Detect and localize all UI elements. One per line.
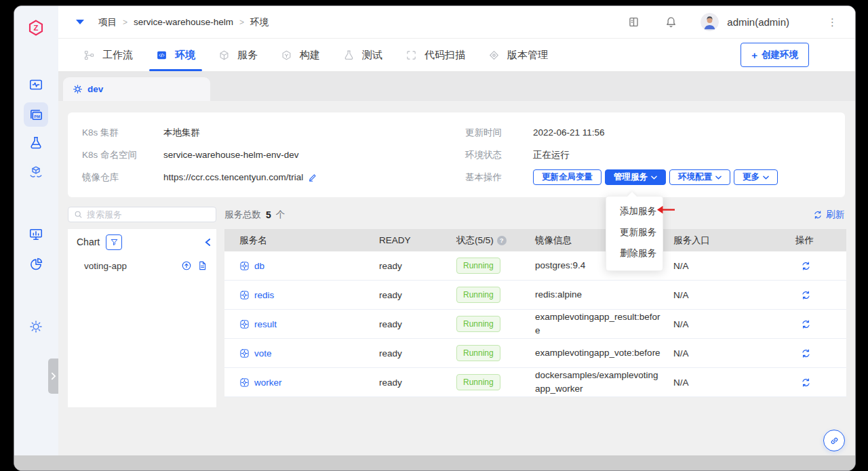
test-flask-icon[interactable] xyxy=(24,131,48,155)
tab-releases[interactable]: 版本管理 xyxy=(486,39,551,71)
update-global-vars-button[interactable]: 更新全局变量 xyxy=(533,169,601,185)
topbar: 项目 > service-warehouse-helm > 环境 xyxy=(58,6,855,39)
breadcrumb-item-environment[interactable]: 环境 xyxy=(250,16,269,28)
breadcrumb: 项目 > service-warehouse-helm > 环境 xyxy=(98,16,269,28)
services-table: 服务名 READY 状态(5/5) ? 镜像信息 服务入口 操作 xyxy=(224,229,846,397)
k8s-cluster-value: 本地集群 xyxy=(163,127,200,139)
chevron-down-icon xyxy=(651,176,657,180)
status-badge: Running xyxy=(456,345,500,361)
info-label: 环境状态 xyxy=(465,149,533,161)
search-icon xyxy=(74,210,83,219)
restart-service-icon[interactable] xyxy=(801,377,811,388)
col-entry: 服务入口 xyxy=(673,229,795,251)
table-row: vote ready Running examplevotingapp_vote… xyxy=(224,339,846,368)
breadcrumb-dropdown-caret-icon[interactable] xyxy=(76,20,84,24)
notification-bell-icon[interactable] xyxy=(665,16,677,28)
menu-item-delete-service[interactable]: 删除服务 xyxy=(606,243,663,264)
restart-service-icon[interactable] xyxy=(801,348,811,359)
restart-service-icon[interactable] xyxy=(801,290,811,300)
restart-service-icon[interactable] xyxy=(801,319,811,329)
avatar[interactable] xyxy=(701,13,719,31)
manage-services-dropdown: 添加服务 更新服务 删除服务 xyxy=(606,196,663,271)
version-icon xyxy=(488,49,500,61)
create-environment-button[interactable]: + 创建环境 xyxy=(741,43,809,67)
menu-item-update-service[interactable]: 更新服务 xyxy=(606,222,663,243)
rail-expand-handle[interactable] xyxy=(48,359,58,394)
image-cell: examplevotingapp_vote:before xyxy=(535,339,673,367)
services-toolbar: 服务总数 5 个 刷新 xyxy=(68,207,844,222)
service-link[interactable]: db xyxy=(254,261,264,271)
helm-service-icon xyxy=(239,290,250,300)
table-row: redis ready Running redis:alpine N/A xyxy=(224,281,846,310)
share-link-button[interactable] xyxy=(823,430,845,451)
values-file-icon[interactable] xyxy=(197,260,208,271)
breadcrumb-item-projects[interactable]: 项目 xyxy=(98,16,117,28)
docs-icon[interactable] xyxy=(627,16,640,28)
manage-services-button[interactable]: 管理服务 xyxy=(605,169,666,185)
helm-service-icon xyxy=(239,377,250,388)
info-label: 更新时间 xyxy=(465,127,533,139)
refresh-icon xyxy=(813,210,823,220)
filter-icon[interactable] xyxy=(106,234,122,250)
svg-text:PM: PM xyxy=(34,114,40,118)
tab-code-scan[interactable]: 代码扫描 xyxy=(403,39,468,71)
service-link[interactable]: result xyxy=(254,319,277,329)
collapse-panel-chevron-left-icon[interactable] xyxy=(205,238,211,247)
projects-icon[interactable]: PM xyxy=(24,102,48,127)
tab-services[interactable]: 服务 xyxy=(216,39,260,71)
entry-cell: N/A xyxy=(673,281,795,309)
environment-info-card: K8s 集群 本地集群 K8s 命名空间 service-warehouse-h… xyxy=(68,112,845,197)
insight-icon[interactable] xyxy=(24,222,48,247)
info-label: 基本操作 xyxy=(465,171,533,184)
helm-service-icon xyxy=(239,348,250,359)
env-tab-strip: dev xyxy=(58,72,855,101)
more-vertical-icon[interactable]: ⋮ xyxy=(827,17,837,27)
window-bottom-chrome xyxy=(14,455,855,470)
refresh-button[interactable]: 刷新 xyxy=(813,209,844,221)
zadig-logo-icon[interactable]: Z xyxy=(24,16,48,40)
tab-workflows[interactable]: 工作流 xyxy=(81,39,136,71)
env-status-value: 正在运行 xyxy=(533,149,570,161)
username[interactable]: admin(admin) xyxy=(727,16,789,28)
help-icon[interactable]: ? xyxy=(497,236,507,245)
rollback-icon[interactable] xyxy=(181,260,192,271)
service-link[interactable]: worker xyxy=(254,377,282,388)
k8s-namespace-value: service-warehouse-helm-env-dev xyxy=(163,150,299,160)
breadcrumb-item-project-name[interactable]: service-warehouse-helm xyxy=(134,17,233,27)
env-tab-dev[interactable]: dev xyxy=(63,77,210,101)
statistics-pie-icon[interactable] xyxy=(24,252,48,277)
chart-item-voting-app[interactable]: voting-app xyxy=(68,255,216,277)
col-status: 状态(5/5) ? xyxy=(456,229,535,251)
svg-text:Z: Z xyxy=(34,24,39,32)
menu-item-add-service[interactable]: 添加服务 xyxy=(606,201,663,222)
info-label: K8s 命名空间 xyxy=(82,149,163,161)
status-badge: Running xyxy=(456,258,500,274)
test-icon xyxy=(343,49,355,61)
restart-service-icon[interactable] xyxy=(801,261,811,271)
helm-service-icon xyxy=(239,261,250,271)
status-badge: Running xyxy=(456,316,500,332)
dashboard-activity-icon[interactable] xyxy=(24,73,48,97)
edit-pencil-icon[interactable] xyxy=(308,173,317,182)
chart-panel: Chart voting-app xyxy=(68,229,216,407)
project-tabbar: 工作流 环境 xyxy=(58,39,855,72)
chart-item-label: voting-app xyxy=(84,261,127,271)
search-input[interactable] xyxy=(87,209,210,220)
more-actions-button[interactable]: 更多 xyxy=(734,169,778,185)
delivery-icon[interactable] xyxy=(24,160,48,184)
service-link[interactable]: redis xyxy=(254,290,274,300)
plus-icon: + xyxy=(751,50,757,60)
col-service-name: 服务名 xyxy=(224,229,379,251)
settings-gear-icon[interactable] xyxy=(24,314,48,339)
service-link[interactable]: vote xyxy=(254,348,272,359)
col-ready: READY xyxy=(379,229,456,251)
breadcrumb-separator: > xyxy=(239,18,244,27)
env-config-button[interactable]: 环境配置 xyxy=(669,169,730,185)
service-total: 服务总数 5 个 xyxy=(224,209,285,221)
tab-environments[interactable]: 环境 xyxy=(153,39,198,71)
tab-tests[interactable]: 测试 xyxy=(340,39,385,71)
table-row: db ready Running postgres:9.4 N/A xyxy=(224,251,846,281)
tab-builds[interactable]: 构建 xyxy=(278,39,323,71)
service-search[interactable] xyxy=(68,207,216,222)
env-tab-label: dev xyxy=(87,84,103,94)
